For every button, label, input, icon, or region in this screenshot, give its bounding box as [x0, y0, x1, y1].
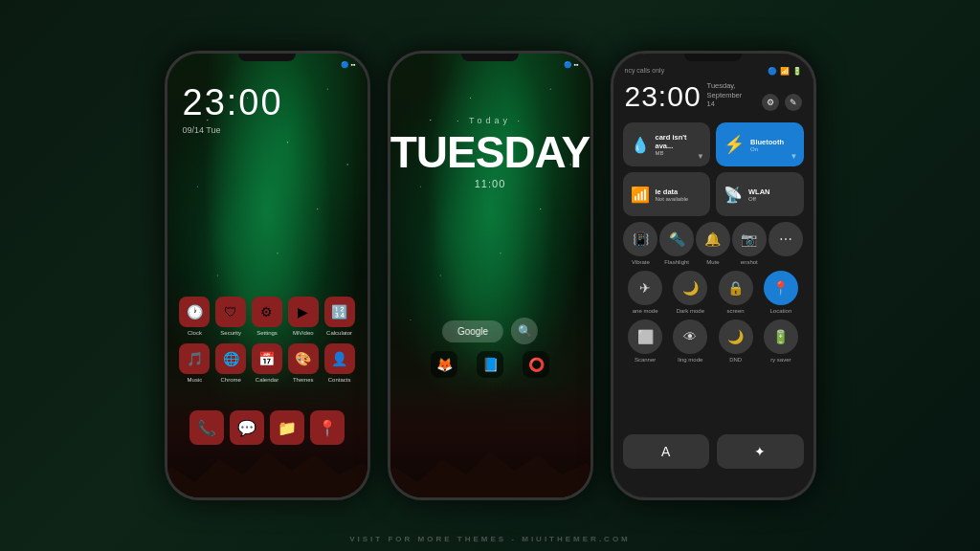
vibrate-item: 📳 Vibrate	[623, 222, 657, 265]
settings-icon[interactable]: ⚙	[762, 94, 779, 111]
phone-3: ncy calls only 🔵 📶 🔋 23:00 Tuesday, Sept…	[611, 51, 816, 500]
app-calendar-label: Calendar	[256, 377, 278, 383]
app-calendar[interactable]: 📅 Calendar	[250, 343, 284, 383]
app-music[interactable]: 🎵 Music	[177, 343, 212, 383]
app-contacts-label: Contacts	[328, 377, 351, 383]
cc-date-line1: Tuesday, September	[707, 81, 743, 99]
scanner-item: ⬜ Scanner	[628, 320, 662, 363]
wlan-sub: Off	[748, 196, 770, 202]
app-calendar-icon: 📅	[252, 343, 282, 374]
app-calculator[interactable]: 🔢 Calculator	[323, 297, 357, 336]
brightness-btn[interactable]: ✦	[717, 434, 804, 469]
cc-tile-bluetooth[interactable]: ⚡ Bluetooth On ▼	[716, 122, 804, 166]
app-settings-icon: ⚙	[252, 297, 282, 327]
darkmode-item: 🌙 Dark mode	[673, 271, 707, 314]
battery-icon-2: ▪▪	[574, 61, 579, 69]
phone-2-screen: 🔵 ▪▪ · Today · TUESDAY 11:00 Google 🔍 🦊 …	[390, 54, 590, 497]
cc-tile-wlan[interactable]: 📡 WLAN Off	[716, 172, 804, 216]
airplane-item: ✈ ane mode	[628, 271, 662, 314]
google-search[interactable]: Google	[442, 320, 503, 342]
scanner-btn[interactable]: ⬜	[628, 320, 662, 354]
screen-btn[interactable]: 🔒	[719, 271, 753, 305]
p1-date: 09/14 Tue	[183, 125, 283, 135]
facebook-icon[interactable]: 📘	[477, 351, 503, 378]
app-clock[interactable]: 🕐 Clock	[177, 297, 212, 336]
app-settings[interactable]: ⚙ Settings	[250, 297, 284, 336]
mobile-data-title: le data	[656, 187, 689, 196]
reading-item: 👁 ling mode	[673, 320, 707, 363]
bluetooth-text: Bluetooth On	[750, 138, 784, 152]
wlan-title: WLAN	[748, 187, 770, 196]
search-icon[interactable]: 🔍	[511, 318, 538, 344]
cc-bottom-bar: A ✦	[623, 434, 804, 469]
watermark: VISIT FOR MORE THEMES - MIUITHEMER.COM	[0, 535, 980, 543]
screenshot-btn[interactable]: 📷	[732, 222, 767, 256]
app-calculator-icon: 🔢	[324, 297, 355, 327]
cc-round-row-3: ⬜ Scanner 👁 ling mode 🌙 DND 🔋 ry saver	[623, 320, 804, 363]
control-center: ncy calls only 🔵 📶 🔋 23:00 Tuesday, Sept…	[613, 54, 813, 497]
dock-rescue[interactable]: 📍	[310, 410, 345, 445]
cc-tile-card[interactable]: 💧 card isn't ava... MB ▼	[623, 122, 711, 166]
cc-bluetooth: 🔵	[768, 67, 777, 76]
phone-3-screen: ncy calls only 🔵 📶 🔋 23:00 Tuesday, Sept…	[613, 54, 813, 497]
app-settings-label: Settings	[256, 330, 278, 336]
cc-date-line2: 14	[707, 99, 715, 108]
phone-1: 🔵 ▪▪ 23:00 09/14 Tue 🕐 Clock 🛡 Security	[165, 51, 370, 500]
p2-time: 11:00	[475, 178, 506, 189]
app-mivideo[interactable]: ▶ MiVideo	[286, 297, 321, 336]
airplane-btn[interactable]: ✈	[628, 271, 662, 305]
app-contacts-icon: 👤	[324, 343, 355, 374]
bluetooth-title: Bluetooth	[750, 138, 784, 146]
cc-tile-mobile-data[interactable]: 📶 le data Not available	[623, 172, 711, 216]
vibrate-btn[interactable]: 📳	[623, 222, 657, 256]
battery-icon: ▪▪	[351, 61, 356, 69]
status-bar-2: 🔵 ▪▪	[564, 61, 579, 69]
dock-phone[interactable]: 📞	[189, 410, 224, 445]
app-grid: 🕐 Clock 🛡 Security ⚙ Settings ▶ MiVideo	[167, 297, 368, 383]
app-contacts[interactable]: 👤 Contacts	[323, 343, 357, 383]
cc-tile-row-1: 💧 card isn't ava... MB ▼ ⚡ Bluetooth On	[623, 122, 804, 166]
mobile-data-icon: 📶	[631, 186, 650, 204]
other-icon[interactable]: ⭕	[523, 351, 549, 378]
phone2-content: · Today · TUESDAY 11:00 Google 🔍 🦊 📘 ⭕	[390, 54, 590, 497]
app-mivideo-icon: ▶	[288, 297, 319, 327]
mute-btn[interactable]: 🔔	[696, 222, 730, 256]
flashlight-item: 🔦 Flashlight	[659, 222, 694, 265]
edit-icon[interactable]: ✎	[785, 94, 802, 111]
brightness-icon: ✦	[754, 444, 766, 459]
dock-messages[interactable]: 💬	[230, 410, 264, 445]
cc-header: ncy calls only 🔵 📶 🔋	[625, 67, 802, 76]
bottom-browser-icons: 🦊 📘 ⭕	[431, 351, 549, 378]
cc-tile-row-2: 📶 le data Not available 📡 WLAN Off	[623, 172, 804, 216]
battery-saver-item: 🔋 ry saver	[764, 320, 798, 363]
darkmode-btn[interactable]: 🌙	[673, 271, 707, 305]
mute-item: 🔔 Mute	[696, 222, 730, 265]
day-display: TUESDAY	[390, 126, 590, 178]
screen-item: 🔒 screen	[719, 271, 753, 314]
reading-label: ling mode	[678, 357, 702, 363]
font-btn[interactable]: A	[623, 434, 710, 469]
more-btn[interactable]: ⋯	[768, 222, 803, 256]
bluetooth-icon-2: 🔵	[564, 61, 572, 69]
app-clock-label: Clock	[188, 330, 202, 336]
cc-round-grid: 📳 Vibrate 🔦 Flashlight 🔔 Mute 📷 enshot	[623, 222, 804, 368]
status-bar: 🔵 ▪▪	[341, 61, 356, 69]
app-security[interactable]: 🛡 Security	[213, 297, 248, 336]
cc-battery: 🔋	[792, 67, 802, 76]
app-themes[interactable]: 🎨 Themes	[286, 343, 321, 383]
airplane-label: ane mode	[633, 308, 658, 314]
phone-2: 🔵 ▪▪ · Today · TUESDAY 11:00 Google 🔍 🦊 …	[388, 51, 593, 500]
reading-btn[interactable]: 👁	[673, 320, 707, 354]
battery-saver-btn[interactable]: 🔋	[764, 320, 798, 354]
app-chrome[interactable]: 🌐 Chrome	[213, 343, 248, 383]
cc-time-row: 23:00 Tuesday, September 14 ⚙ ✎	[625, 80, 802, 113]
flashlight-btn[interactable]: 🔦	[659, 222, 694, 256]
dock-files[interactable]: 📁	[270, 410, 304, 445]
darkmode-label: Dark mode	[677, 308, 704, 314]
cc-time: 23:00	[625, 80, 702, 113]
location-btn[interactable]: 📍	[764, 271, 798, 305]
dnd-btn[interactable]: 🌙	[719, 320, 753, 354]
firefox-icon[interactable]: 🦊	[431, 351, 457, 378]
phone-1-screen: 🔵 ▪▪ 23:00 09/14 Tue 🕐 Clock 🛡 Security	[167, 54, 368, 497]
cc-round-row-1: 📳 Vibrate 🔦 Flashlight 🔔 Mute 📷 enshot	[623, 222, 804, 265]
